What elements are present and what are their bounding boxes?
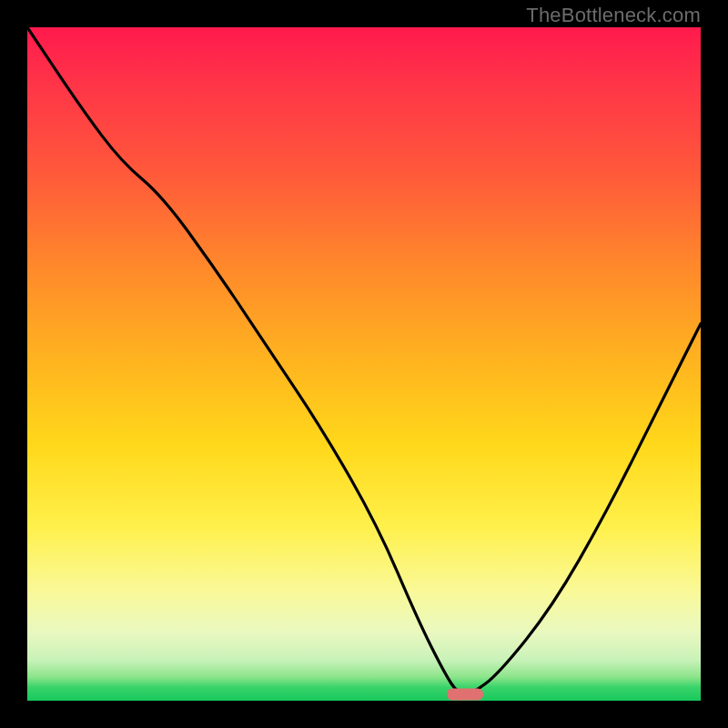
bottleneck-curve	[27, 27, 701, 694]
plot-area	[27, 27, 701, 701]
chart-frame: TheBottleneck.com	[0, 0, 728, 728]
watermark-text: TheBottleneck.com	[526, 4, 701, 27]
optimal-marker	[447, 689, 483, 701]
curve-layer	[27, 27, 701, 701]
